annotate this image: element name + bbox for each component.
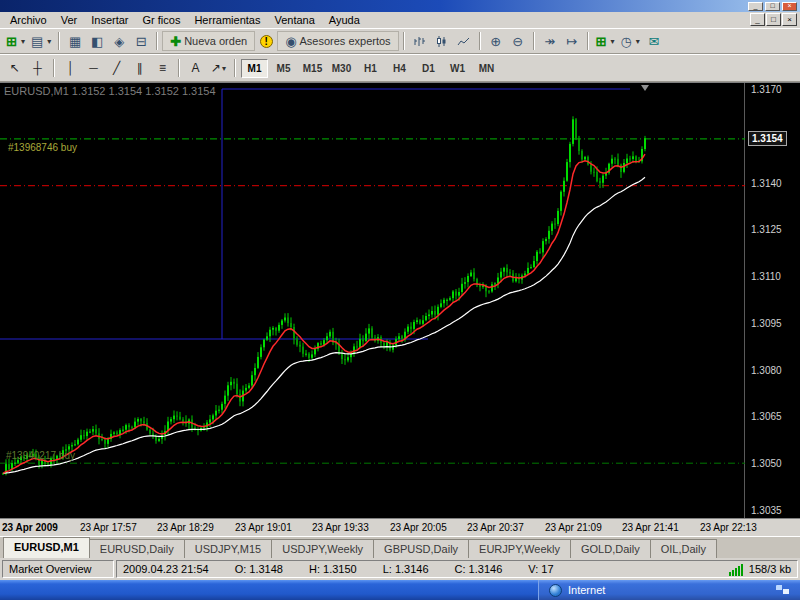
separator	[403, 32, 405, 50]
timeframe-h4-button[interactable]: H4	[386, 59, 413, 78]
metaeditor-button[interactable]: !	[255, 31, 277, 51]
price-tick: 1.3110	[751, 271, 781, 282]
tab-gbpusd-daily[interactable]: GBPUSD,Daily	[373, 539, 469, 558]
crosshair-tool-button[interactable]: ┼	[26, 58, 49, 78]
arrows-tool-button[interactable]: ↗▾	[207, 58, 230, 78]
time-tick: 23 Apr 22:13	[700, 522, 757, 533]
new-chart-button[interactable]: ⊞▾	[3, 31, 28, 51]
line-chart-button[interactable]	[453, 31, 475, 51]
zoom-in-icon: ⊕	[490, 35, 501, 48]
status-left-panel: Market Overview	[2, 560, 114, 578]
indicators-button[interactable]: ⊞▾	[593, 31, 618, 51]
time-tick: 23 Apr 17:57	[80, 522, 137, 533]
chart-window: #13968746 buy#13940217 buy EURUSD,M1 1.3…	[0, 82, 800, 518]
market-watch-button[interactable]: ▦	[64, 31, 86, 51]
status-open: O: 1.3148	[235, 563, 283, 575]
timeframe-m1-button[interactable]: M1	[241, 59, 268, 78]
terminal-button[interactable]: ⊟	[130, 31, 152, 51]
data-window-button[interactable]: ◧	[86, 31, 108, 51]
expert-advisors-button[interactable]: ◉Asesores expertos	[277, 31, 398, 51]
chart-shift-button[interactable]: ↦	[561, 31, 583, 51]
bar-chart-button[interactable]	[409, 31, 431, 51]
tab-eurjpy-weekly[interactable]: EURJPY,Weekly	[468, 539, 571, 558]
mailbox-button[interactable]: ✉	[643, 31, 665, 51]
new-order-button[interactable]: ✚Nueva orden	[162, 31, 255, 51]
timeframe-m5-button[interactable]: M5	[270, 59, 297, 78]
candlestick-chart: #13968746 buy#13940217 buy	[0, 83, 745, 519]
fibonacci-button[interactable]: ≡	[151, 58, 174, 78]
tab-gold-daily[interactable]: GOLD,Daily	[570, 539, 651, 558]
envelope-icon: ✉	[648, 35, 659, 48]
price-tick: 1.3125	[751, 224, 782, 235]
warning-icon: !	[260, 35, 273, 48]
text-tool-button[interactable]: A	[184, 58, 207, 78]
tab-usdjpy-weekly[interactable]: USDJPY,Weekly	[271, 539, 374, 558]
menu-bar: Archivo Ver Insertar Gr ficos Herramient…	[0, 12, 800, 28]
chart-minimize-button[interactable]: _	[750, 13, 765, 26]
menu-ventana[interactable]: Ventana	[267, 13, 321, 27]
timeframe-mn-button[interactable]: MN	[473, 59, 500, 78]
network-icon[interactable]	[776, 585, 790, 596]
menu-ayuda[interactable]: Ayuda	[322, 13, 367, 27]
separator	[156, 32, 158, 50]
expert-advisors-label: Asesores expertos	[299, 35, 390, 47]
zoom-in-button[interactable]: ⊕	[485, 31, 507, 51]
cursor-tool-button[interactable]: ↖	[3, 58, 26, 78]
tab-oil-daily[interactable]: OIL,Daily	[650, 539, 717, 558]
menu-insertar[interactable]: Insertar	[84, 13, 135, 27]
chart-shift-icon: ↦	[566, 35, 577, 48]
price-tick: 1.3035	[751, 505, 782, 516]
trendline-button[interactable]: ╱	[105, 58, 128, 78]
globe-icon[interactable]	[549, 584, 562, 597]
status-high: H: 1.3150	[309, 563, 357, 575]
candlestick-chart-button[interactable]	[431, 31, 453, 51]
status-bar: Market Overview 2009.04.23 21:54 O: 1.31…	[0, 558, 800, 580]
menu-graficos[interactable]: Gr ficos	[136, 13, 188, 27]
tab-eurusd-m1[interactable]: EURUSD,M1	[3, 537, 90, 558]
separator	[234, 59, 236, 77]
chevron-down-icon: ▾	[636, 37, 640, 46]
navigator-button[interactable]: ◈	[108, 31, 130, 51]
profiles-button[interactable]: ▤▾	[28, 31, 54, 51]
chart-restore-button[interactable]: □	[766, 13, 781, 26]
navigator-icon: ◈	[114, 35, 124, 48]
menu-archivo[interactable]: Archivo	[3, 13, 54, 27]
timeframe-d1-button[interactable]: D1	[415, 59, 442, 78]
crosshair-icon: ┼	[33, 61, 42, 75]
menu-herramientas[interactable]: Herramientas	[187, 13, 267, 27]
zoom-out-button[interactable]: ⊖	[507, 31, 529, 51]
arrow-stamp-icon: ↗	[211, 61, 221, 75]
periods-button[interactable]: ◷▾	[618, 31, 643, 51]
clock-icon: ◷	[621, 35, 632, 48]
app-close-button[interactable]: ×	[782, 2, 797, 11]
tab-usdjpy-m15[interactable]: USDJPY,M15	[184, 539, 272, 558]
auto-scroll-button[interactable]: ↠	[539, 31, 561, 51]
vertical-line-button[interactable]: │	[59, 58, 82, 78]
text-icon: A	[191, 61, 199, 75]
channel-icon: ∥	[137, 61, 143, 75]
app-minimize-button[interactable]: _	[748, 2, 763, 11]
timeframe-m15-button[interactable]: M15	[299, 59, 326, 78]
timeframe-w1-button[interactable]: W1	[444, 59, 471, 78]
indicators-icon: ⊞	[596, 35, 607, 48]
price-axis[interactable]: 1.3170 1.3140 1.3125 1.3110 1.3095 1.308…	[745, 83, 800, 518]
channel-button[interactable]: ∥	[128, 58, 151, 78]
timeframe-h1-button[interactable]: H1	[357, 59, 384, 78]
time-axis[interactable]: 23 Apr 2009 23 Apr 17:57 23 Apr 18:29 23…	[0, 518, 800, 536]
market-watch-icon: ▦	[69, 35, 81, 48]
terminal-icon: ⊟	[136, 35, 147, 48]
chart-plot[interactable]: #13968746 buy#13940217 buy EURUSD,M1 1.3…	[0, 83, 745, 519]
fibonacci-icon: ≡	[159, 61, 166, 75]
chart-close-button[interactable]: ×	[782, 13, 797, 26]
horizontal-line-button[interactable]: ─	[82, 58, 105, 78]
menu-ver[interactable]: Ver	[54, 13, 85, 27]
price-tick: 1.3050	[751, 458, 782, 469]
separator	[178, 59, 180, 77]
time-tick: 23 Apr 21:09	[545, 522, 602, 533]
time-tick: 23 Apr 20:37	[467, 522, 524, 533]
timeframe-m30-button[interactable]: M30	[328, 59, 355, 78]
status-quote-panel: 2009.04.23 21:54 O: 1.3148 H: 1.3150 L: …	[116, 560, 798, 578]
chevron-down-icon: ▾	[611, 37, 615, 46]
tab-eurusd-daily[interactable]: EURUSD,Daily	[89, 539, 185, 558]
app-maximize-button[interactable]: □	[765, 2, 780, 11]
